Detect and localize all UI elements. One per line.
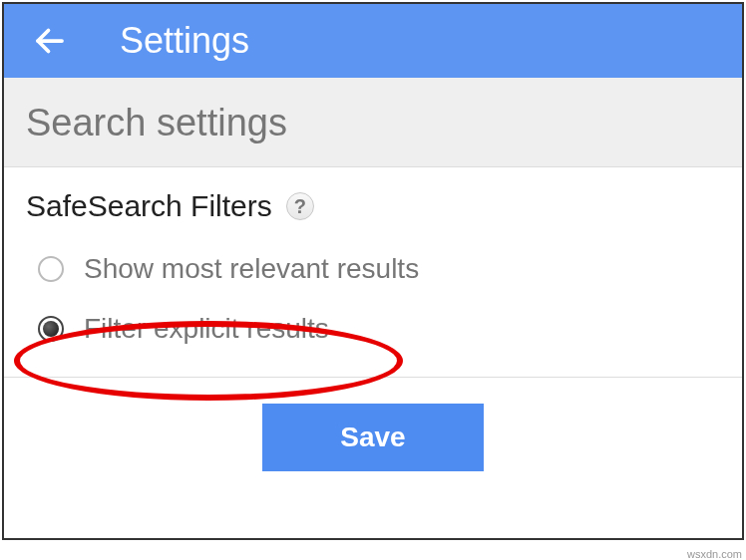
back-arrow-icon	[32, 23, 68, 59]
safesearch-section-header: SafeSearch Filters ?	[26, 189, 720, 223]
content-area: SafeSearch Filters ? Show most relevant …	[4, 167, 742, 377]
radio-option-most-relevant[interactable]: Show most relevant results	[26, 247, 720, 291]
radio-most-relevant[interactable]	[38, 256, 64, 282]
footer: Save	[4, 377, 742, 497]
header-title: Settings	[120, 20, 249, 62]
app-header: Settings	[4, 4, 742, 78]
subheader: Search settings	[4, 78, 742, 167]
radio-label-most-relevant: Show most relevant results	[84, 253, 419, 285]
save-button[interactable]: Save	[262, 404, 483, 471]
safesearch-title: SafeSearch Filters	[26, 189, 272, 223]
radio-option-filter-explicit[interactable]: Filter explicit results	[26, 307, 720, 351]
radio-label-filter-explicit: Filter explicit results	[84, 313, 329, 345]
back-button[interactable]	[32, 23, 68, 59]
radio-filter-explicit[interactable]	[38, 316, 64, 342]
help-icon[interactable]: ?	[286, 192, 314, 220]
watermark: wsxdn.com	[687, 548, 742, 560]
page-title: Search settings	[26, 102, 720, 144]
